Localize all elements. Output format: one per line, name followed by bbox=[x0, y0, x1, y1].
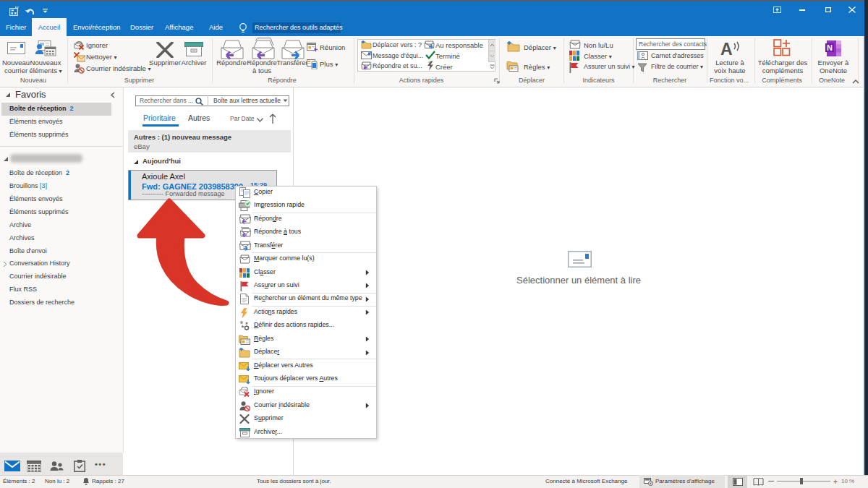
svg-text:N: N bbox=[827, 43, 833, 52]
